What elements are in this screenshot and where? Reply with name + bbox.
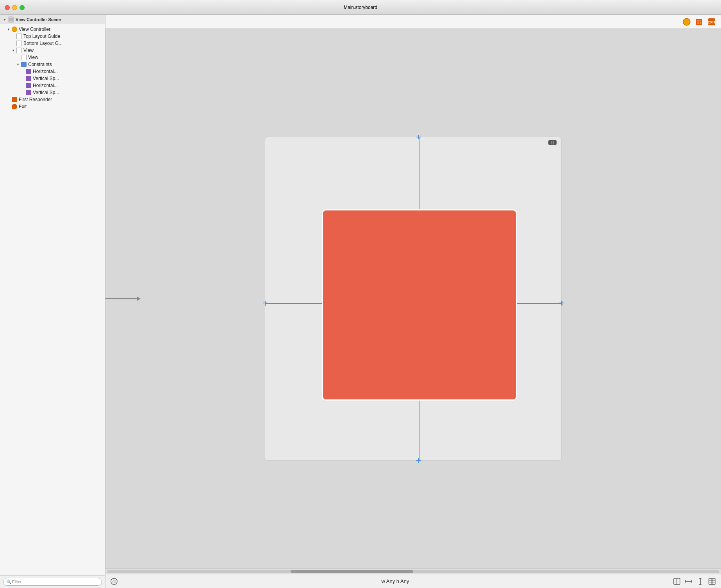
sidebar-item-constraints[interactable]: ▼ Constraints: [0, 61, 105, 68]
view-parent-triangle[interactable]: ▼: [11, 48, 16, 53]
top-layout-guide-icon: [16, 34, 22, 39]
first-responder-toolbar-icon[interactable]: [694, 17, 704, 27]
vc-frame-container: ||||: [265, 137, 562, 461]
view-child-label: View: [28, 55, 38, 60]
horizontal2-icon: [26, 83, 31, 88]
scene-title-row: ▼ View Controller Scene: [0, 15, 105, 24]
maximize-button[interactable]: [20, 5, 25, 10]
canvas-area: EXIT ||||: [105, 15, 721, 588]
first-responder-icon: [12, 97, 17, 102]
vertical-sp1-label: Vertical Sp...: [33, 76, 59, 81]
canvas-toolbar: EXIT: [105, 15, 721, 29]
vertical-sp1-icon: [26, 76, 31, 81]
scrollbar-thumb[interactable]: [291, 570, 413, 573]
canvas-scroll[interactable]: ||||: [105, 29, 721, 568]
svg-text:ⓘ: ⓘ: [112, 580, 116, 584]
constraint-line-right: [517, 303, 562, 304]
sidebar-search-input[interactable]: [3, 578, 102, 586]
canvas-scrollbar[interactable]: [105, 568, 721, 574]
vertical-sp2-label: Vertical Sp...: [33, 90, 59, 95]
exit-toolbar-icon[interactable]: EXIT: [707, 17, 716, 27]
crosshair-right: [559, 301, 564, 305]
vc-frame[interactable]: ||||: [265, 137, 562, 461]
constraints-triangle[interactable]: ▼: [16, 62, 20, 67]
svg-rect-4: [697, 20, 699, 21]
expand-triangle[interactable]: ▼: [6, 27, 11, 32]
vc-battery: ||||: [548, 140, 557, 145]
status-right: [673, 577, 716, 586]
svg-rect-1: [9, 18, 13, 21]
sidebar-item-top-layout-guide[interactable]: ▶ Top Layout Guide: [0, 33, 105, 40]
horizontal1-icon: [26, 69, 31, 74]
sidebar: ▼ View Controller Scene ▼ View Controlle…: [0, 15, 105, 588]
minimize-button[interactable]: [12, 5, 17, 10]
svg-rect-5: [700, 20, 701, 21]
scene-icon: [8, 16, 14, 23]
top-layout-guide-label: Top Layout Guide: [23, 34, 60, 39]
arrow-head: [137, 296, 141, 301]
constraint-line-left: [265, 303, 322, 304]
sidebar-item-bottom-layout-guide[interactable]: ▶ Bottom Layout G...: [0, 40, 105, 47]
svg-rect-6: [697, 22, 699, 24]
sidebar-item-horizontal1[interactable]: ▶ Horizontal...: [0, 68, 105, 75]
search-icon-sidebar: 🔍: [6, 579, 12, 584]
exit-label: Exit: [19, 104, 27, 109]
outline-area: ▼ View Controller ▶ Top Layout Guide ▶ B…: [0, 24, 105, 575]
constraint-h-icon[interactable]: [684, 577, 693, 586]
arrow-line: [105, 298, 137, 299]
scrollbar-track[interactable]: [107, 570, 719, 573]
sidebar-item-horizontal2[interactable]: ▶ Horizontal...: [0, 82, 105, 89]
crosshair-bottom: [416, 458, 421, 463]
size-class-text: w Any h Any: [382, 578, 409, 584]
view-controller-label: View Controller: [19, 27, 50, 32]
vc-toolbar-icon[interactable]: [682, 17, 691, 27]
constraint-v-icon[interactable]: [696, 577, 705, 586]
constraint-line-top: [419, 137, 419, 209]
title-bar-text: Main.storyboard: [344, 5, 377, 10]
svg-rect-20: [709, 578, 715, 584]
sidebar-search-area: 🔍: [0, 575, 105, 588]
horizontal1-label: Horizontal...: [33, 69, 58, 74]
svg-text:EXIT: EXIT: [708, 20, 716, 24]
first-responder-label: First Responder: [19, 97, 52, 102]
constraint-line-bottom: [419, 401, 419, 461]
scene-title: View Controller Scene: [16, 17, 61, 22]
close-button[interactable]: [5, 5, 10, 10]
constraints-icon: [21, 62, 27, 67]
sidebar-item-exit[interactable]: ▶ Exit: [0, 103, 105, 110]
sidebar-item-view-child[interactable]: ▶ View: [0, 54, 105, 61]
status-left: ⓘ: [110, 577, 118, 585]
svg-rect-3: [696, 19, 702, 25]
main-area: ▼ View Controller Scene ▼ View Controlle…: [0, 15, 721, 588]
status-bar: ⓘ w Any h Any: [105, 574, 721, 588]
crosshair-top: [416, 135, 421, 139]
sidebar-item-vertical-sp1[interactable]: ▶ Vertical Sp...: [0, 75, 105, 82]
view-controller-icon: [12, 27, 17, 32]
sidebar-item-view-parent[interactable]: ▼ View: [0, 47, 105, 54]
horizontal2-label: Horizontal...: [33, 83, 58, 88]
sidebar-item-view-controller[interactable]: ▼ View Controller: [0, 26, 105, 33]
vertical-sp2-icon: [26, 90, 31, 95]
scene-triangle[interactable]: ▼: [2, 17, 7, 22]
sidebar-item-vertical-sp2[interactable]: ▶ Vertical Sp...: [0, 89, 105, 96]
constraints-label: Constraints: [28, 62, 52, 67]
bottom-layout-guide-label: Bottom Layout G...: [23, 41, 62, 46]
svg-point-2: [683, 18, 690, 25]
red-view[interactable]: [322, 209, 517, 401]
bottom-layout-guide-icon: [16, 41, 22, 46]
view-parent-label: View: [23, 48, 34, 53]
sidebar-item-first-responder[interactable]: ▶ First Responder: [0, 96, 105, 103]
size-class-indicator[interactable]: w Any h Any: [382, 578, 409, 584]
crosshair-left: [263, 301, 268, 305]
zoom-icon[interactable]: [708, 577, 716, 586]
title-bar: Main.storyboard: [0, 0, 721, 15]
exit-icon: [12, 104, 17, 109]
document-icon[interactable]: ⓘ: [110, 577, 118, 585]
arrow-connector: [105, 296, 141, 301]
layout-icon[interactable]: [673, 577, 681, 586]
view-parent-icon: [16, 48, 22, 53]
view-child-icon: [21, 55, 27, 60]
svg-rect-7: [700, 22, 701, 24]
